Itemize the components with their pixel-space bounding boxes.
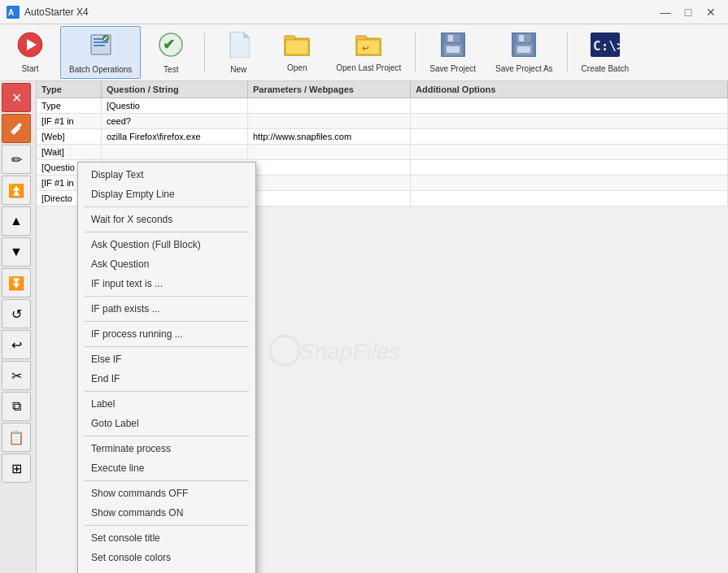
open-icon: [284, 33, 310, 60]
menu-separator: [85, 296, 249, 297]
open-label: Open: [287, 63, 307, 72]
cell-params: [248, 160, 411, 175]
menu-item-if-process-running-[interactable]: IF process running ...: [78, 324, 255, 344]
start-button[interactable]: Start: [2, 26, 59, 79]
menu-item-set-console-title[interactable]: Set console title: [78, 528, 255, 548]
cell-options: [411, 160, 728, 175]
open-last-label: Open Last Project: [336, 63, 401, 72]
header-options: Additional Options: [411, 81, 728, 98]
test-label: Test: [163, 65, 178, 74]
divider-1: [204, 33, 205, 72]
refresh-button[interactable]: ↺: [2, 299, 31, 328]
menu-item-ask-question[interactable]: Ask Question: [78, 254, 255, 274]
menu-item-execute-line[interactable]: Execute line: [78, 458, 255, 478]
menu-item-if-input-text-is-[interactable]: IF input text is ...: [78, 274, 255, 293]
pencil-button[interactable]: ✏: [2, 145, 31, 174]
open-last-icon: ↩: [355, 33, 381, 60]
new-label: New: [230, 65, 246, 74]
menu-item-else-if[interactable]: Else IF: [78, 349, 255, 369]
menu-item-display-empty-line[interactable]: Display Empty Line: [78, 184, 255, 204]
menu-item-display-text[interactable]: Display Text: [78, 165, 255, 184]
main-content: ✕ ✏ ⏫ ▲ ▼ ⏬ ↺ ↩ ✂ ⧉ 📋 ⊞ Type Question / …: [0, 81, 728, 573]
menu-separator: [85, 346, 249, 347]
table-header: Type Question / String Parameters / Webp…: [37, 81, 728, 98]
cut-button[interactable]: ✂: [2, 361, 31, 390]
cell-options: [411, 129, 728, 144]
menu-item-wait-for-x-seconds[interactable]: Wait for X seconds: [78, 210, 255, 229]
start-icon: [17, 32, 43, 61]
menu-item-set-console-colors[interactable]: Set console colors: [78, 548, 255, 567]
menu-item-show-commands-off[interactable]: Show commands OFF: [78, 484, 255, 503]
cell-options: [411, 145, 728, 159]
menu-item-terminate-process[interactable]: Terminate process: [78, 439, 255, 458]
menu-item-ask-question-full-block[interactable]: Ask Question (Full Block): [78, 235, 255, 254]
titlebar: A AutoStarter X4 — □ ✕: [0, 0, 728, 24]
sidebar: ✕ ✏ ⏫ ▲ ▼ ⏬ ↺ ↩ ✂ ⧉ 📋 ⊞: [0, 81, 37, 573]
create-batch-button[interactable]: C:\> Create Batch: [573, 26, 638, 79]
svg-text:↩: ↩: [362, 44, 369, 53]
move-top-button[interactable]: ⏫: [2, 176, 31, 205]
save-as-button[interactable]: Save Project As: [486, 26, 562, 79]
menu-item-set-character-encoding[interactable]: Set character encoding: [78, 567, 255, 573]
save-as-label: Save Project As: [495, 64, 553, 73]
menu-item-if-path-exists-[interactable]: IF path exists ...: [78, 299, 255, 319]
batch-operations-button[interactable]: ✔ Batch Operations: [60, 26, 141, 79]
svg-rect-19: [357, 40, 380, 54]
save-as-icon: [512, 33, 536, 61]
grid-button[interactable]: ⊞: [2, 454, 31, 483]
batch-operations-icon: ✔: [88, 32, 114, 62]
close-button[interactable]: ✕: [700, 4, 721, 20]
create-batch-label: Create Batch: [582, 64, 629, 73]
table-row[interactable]: Type [Questio: [37, 98, 728, 114]
delete-button[interactable]: ✕: [2, 83, 31, 112]
cell-options: [411, 191, 728, 206]
menu-item-show-commands-on[interactable]: Show commands ON: [78, 503, 255, 523]
svg-rect-16: [286, 40, 308, 54]
cell-params: [248, 114, 411, 128]
test-icon: ✔: [158, 32, 184, 62]
save-icon: [441, 33, 465, 61]
header-params: Parameters / Webpages: [248, 81, 411, 98]
svg-text:A: A: [8, 8, 14, 17]
copy-button[interactable]: ⧉: [2, 392, 31, 421]
divider-2: [415, 33, 416, 72]
svg-rect-6: [94, 41, 108, 43]
open-button[interactable]: Open: [268, 26, 325, 79]
table-row[interactable]: [IF #1 in ceed?: [37, 114, 728, 129]
move-down-button[interactable]: ▼: [2, 237, 31, 267]
cell-params: http://www.snapfiles.com: [248, 129, 411, 144]
cell-type: [IF #1 in: [37, 114, 102, 128]
cell-params: [248, 145, 411, 159]
cell-params: [248, 176, 411, 190]
cell-type: Type: [37, 98, 102, 113]
cell-type: [Web]: [37, 129, 102, 144]
svg-rect-7: [94, 45, 105, 46]
paste-button[interactable]: 📋: [2, 423, 31, 452]
new-button[interactable]: New: [210, 26, 267, 79]
batch-operations-label: Batch Operations: [69, 65, 132, 74]
test-button[interactable]: ✔ Test: [142, 26, 199, 79]
menu-separator: [85, 206, 249, 207]
cell-options: [411, 114, 728, 128]
menu-item-end-if[interactable]: End IF: [78, 369, 255, 389]
save-button[interactable]: Save Project: [421, 26, 485, 79]
table-row[interactable]: [Wait]: [37, 145, 728, 160]
move-bottom-button[interactable]: ⏬: [2, 268, 31, 297]
menu-item-goto-label[interactable]: Goto Label: [78, 414, 255, 433]
svg-text:✔: ✔: [103, 36, 108, 41]
svg-rect-28: [519, 35, 524, 41]
open-last-button[interactable]: ↩ Open Last Project: [327, 26, 410, 79]
table-row[interactable]: [Web] ozilla Firefox\firefox.exe http://…: [37, 129, 728, 145]
edit-button[interactable]: [2, 114, 31, 143]
menu-separator: [85, 436, 249, 436]
cell-options: [411, 176, 728, 190]
back-button[interactable]: ↩: [2, 330, 31, 359]
cell-question: [102, 145, 248, 159]
move-up-button[interactable]: ▲: [2, 206, 31, 236]
maximize-button[interactable]: □: [678, 4, 699, 20]
menu-item-label[interactable]: Label: [78, 394, 255, 414]
cell-params: [248, 98, 411, 113]
menu-separator: [85, 321, 249, 322]
dropdown-menu: Display TextDisplay Empty LineWait for X…: [77, 162, 256, 573]
minimize-button[interactable]: —: [655, 4, 676, 20]
